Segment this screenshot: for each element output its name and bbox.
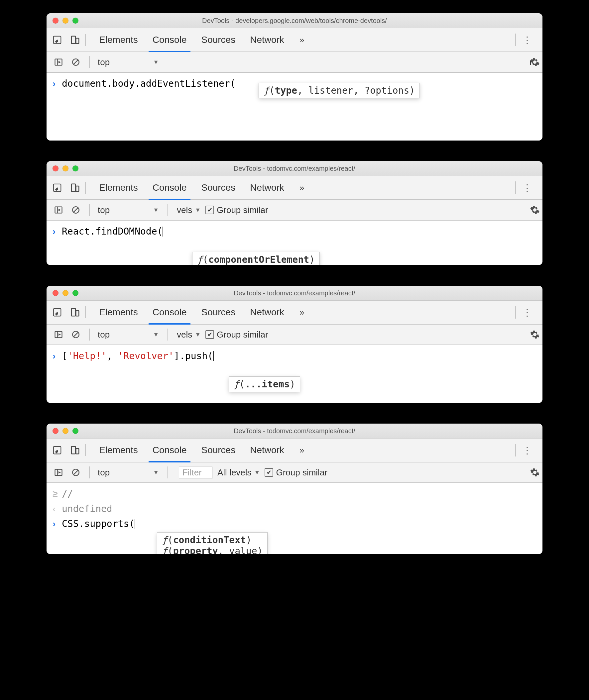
tab-console[interactable]: Console	[145, 301, 194, 324]
settings-gear-icon[interactable]	[530, 205, 540, 215]
minimize-window-icon[interactable]	[62, 165, 68, 171]
toggle-drawer-icon[interactable]	[52, 204, 64, 216]
window-titlebar: DevTools - todomvc.com/examples/react/	[46, 161, 543, 176]
tab-network[interactable]: Network	[243, 176, 291, 199]
zoom-window-icon[interactable]	[72, 18, 78, 24]
toggle-drawer-icon[interactable]	[52, 56, 64, 68]
divider	[89, 56, 90, 68]
chevron-down-icon: ▼	[195, 207, 201, 214]
devtools-window: DevTools - todomvc.com/examples/react/ E…	[46, 161, 543, 265]
settings-gear-icon[interactable]	[530, 467, 540, 477]
levels-label: All levels	[217, 467, 252, 478]
tab-sources[interactable]: Sources	[194, 438, 243, 462]
toggle-drawer-icon[interactable]	[52, 329, 64, 341]
tabs-overflow-icon[interactable]: »	[300, 307, 304, 318]
tab-network[interactable]: Network	[243, 28, 291, 51]
code-text: //	[62, 488, 73, 499]
svg-line-27	[74, 470, 78, 475]
console-body[interactable]: › ['Help!', 'Revolver'].push(	[46, 345, 543, 403]
traffic-lights	[52, 165, 78, 171]
minimize-window-icon[interactable]	[62, 428, 68, 434]
tabs-overflow-icon[interactable]: »	[300, 445, 304, 455]
tab-elements[interactable]: Elements	[92, 176, 145, 199]
tab-network[interactable]: Network	[243, 438, 291, 462]
divider	[167, 466, 168, 478]
tabs-overflow-icon[interactable]: »	[300, 183, 304, 193]
tab-sources[interactable]: Sources	[194, 176, 243, 199]
divider	[515, 182, 516, 194]
tab-sources[interactable]: Sources	[194, 28, 243, 51]
device-toggle-icon[interactable]	[69, 444, 81, 456]
settings-gear-icon[interactable]	[530, 57, 540, 67]
close-window-icon[interactable]	[52, 18, 58, 24]
console-input-row[interactable]: › React.findDOMNode(	[46, 224, 543, 239]
device-toggle-icon[interactable]	[69, 34, 81, 46]
divider	[89, 204, 90, 216]
more-menu-icon[interactable]: ⋮	[523, 445, 533, 456]
console-eager-input-row[interactable]: ≥ //	[46, 486, 543, 501]
main-tabs: ElementsConsoleSourcesNetwork» ⋮	[46, 438, 543, 462]
tabs-overflow-icon[interactable]: »	[300, 35, 304, 45]
zoom-window-icon[interactable]	[72, 428, 78, 434]
close-window-icon[interactable]	[52, 165, 58, 171]
tab-console[interactable]: Console	[145, 438, 194, 462]
context-select[interactable]: top ▼	[94, 205, 162, 215]
main-tabs: ElementsConsoleSourcesNetwork» ⋮	[46, 176, 543, 200]
divider	[515, 444, 516, 456]
close-window-icon[interactable]	[52, 290, 58, 296]
svg-line-13	[74, 208, 78, 212]
context-select[interactable]: top ▼	[94, 330, 162, 340]
console-input-row[interactable]: › ['Help!', 'Revolver'].push(	[46, 349, 543, 363]
tab-console[interactable]: Console	[145, 28, 194, 51]
log-levels-select[interactable]: vels ▼	[177, 205, 201, 215]
zoom-window-icon[interactable]	[72, 165, 78, 171]
group-similar-label: Group similar	[217, 205, 268, 215]
device-toggle-icon[interactable]	[69, 306, 81, 318]
signature-tooltip: ƒ(componentOrElement)	[192, 252, 320, 265]
device-toggle-icon[interactable]	[69, 182, 81, 194]
clear-console-icon[interactable]	[70, 329, 82, 341]
more-menu-icon[interactable]: ⋮	[523, 35, 533, 45]
zoom-window-icon[interactable]	[72, 290, 78, 296]
clear-console-icon[interactable]	[70, 466, 82, 478]
tab-elements[interactable]: Elements	[92, 438, 145, 462]
tab-network[interactable]: Network	[243, 301, 291, 324]
console-result-row: ‹ undefined	[46, 501, 543, 516]
close-window-icon[interactable]	[52, 428, 58, 434]
context-label: top	[98, 467, 110, 478]
more-menu-icon[interactable]: ⋮	[523, 183, 533, 194]
group-similar-checkbox[interactable]: ✔	[205, 330, 214, 339]
divider	[85, 182, 86, 194]
inspect-icon[interactable]	[51, 306, 63, 318]
context-select[interactable]: top ▼	[94, 57, 162, 67]
minimize-window-icon[interactable]	[62, 18, 68, 24]
group-similar-checkbox[interactable]: ✔	[264, 468, 273, 477]
devtools-window: DevTools - developers.google.com/web/too…	[46, 13, 543, 140]
log-levels-select[interactable]: vels ▼	[177, 330, 201, 340]
tab-console[interactable]: Console	[145, 176, 194, 199]
inspect-icon[interactable]	[51, 444, 63, 456]
clear-console-icon[interactable]	[70, 56, 82, 68]
svg-rect-8	[71, 184, 76, 192]
context-select[interactable]: top ▼	[94, 467, 162, 478]
more-menu-icon[interactable]: ⋮	[523, 307, 533, 318]
chevron-down-icon: ▼	[153, 59, 159, 66]
minimize-window-icon[interactable]	[62, 290, 68, 296]
tab-sources[interactable]: Sources	[194, 301, 243, 324]
toggle-drawer-icon[interactable]	[52, 466, 64, 478]
console-toolbar: top ▼ Filter All levels ▼ ✔ Group simila…	[46, 462, 543, 483]
log-levels-select[interactable]: All levels ▼	[217, 467, 260, 478]
devtools-window: DevTools - todomvc.com/examples/react/ E…	[46, 286, 543, 403]
console-input-row[interactable]: › CSS.supports(	[46, 516, 543, 531]
inspect-icon[interactable]	[51, 182, 63, 194]
inspect-icon[interactable]	[51, 34, 63, 46]
filter-input[interactable]: Filter	[179, 466, 213, 479]
group-similar-checkbox[interactable]: ✔	[205, 206, 214, 214]
tab-elements[interactable]: Elements	[92, 301, 145, 324]
svg-rect-9	[76, 186, 79, 192]
console-body[interactable]: ≥ // ‹ undefined › CSS.supports(	[46, 483, 543, 554]
eager-caret-icon: ≥	[52, 489, 62, 499]
settings-gear-icon[interactable]	[530, 330, 540, 340]
clear-console-icon[interactable]	[70, 204, 82, 216]
tab-elements[interactable]: Elements	[92, 28, 145, 51]
